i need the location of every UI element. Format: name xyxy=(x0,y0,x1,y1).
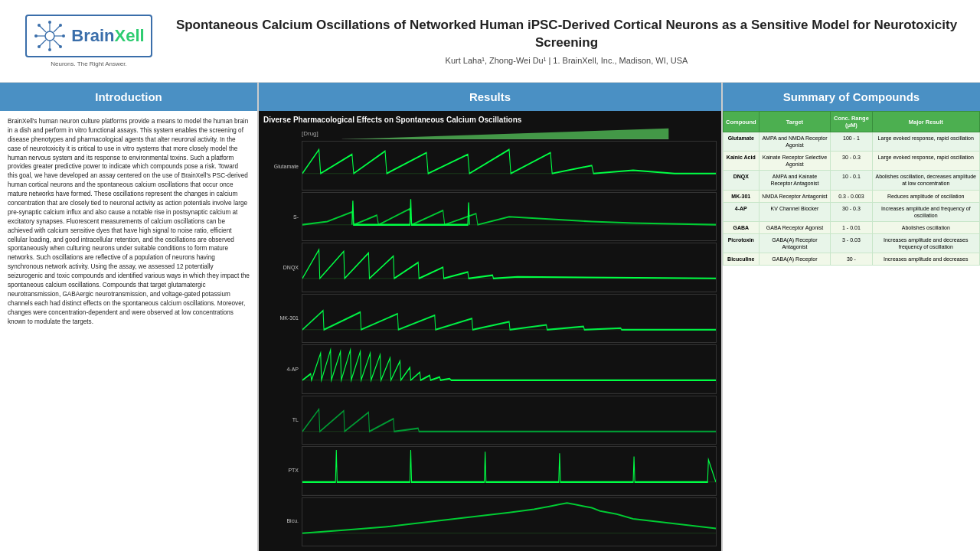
svg-rect-31 xyxy=(302,447,716,495)
svg-point-0 xyxy=(45,31,54,41)
table-cell-3-0: MK-301 xyxy=(724,190,760,202)
svg-rect-29 xyxy=(302,396,716,445)
table-row: 4-APKV Channel Blocker30 - 0.3Increases … xyxy=(724,202,980,221)
col-conc: Conc. Range (μM) xyxy=(831,112,872,132)
svg-point-10 xyxy=(48,48,51,51)
trace-label-s: S- xyxy=(263,214,302,220)
table-cell-7-0: Bicuculine xyxy=(724,253,760,266)
conc-label: [Drug] xyxy=(302,130,318,137)
trace-row-4ap xyxy=(302,344,717,394)
concentration-bar-area: [Drug] xyxy=(263,127,717,139)
summary-header: Summary of Compounds xyxy=(723,83,980,111)
table-cell-6-0: Picrotoxin xyxy=(724,233,760,253)
results-body: Diverse Pharmacological Effects on Spont… xyxy=(259,111,721,551)
table-cell-3-3: Reduces amplitude of oscillation xyxy=(872,190,979,202)
main-title: Spontaneous Calcium Oscillations of Netw… xyxy=(175,17,959,51)
table-cell-7-1: GABA(A) Receptor xyxy=(759,253,831,266)
svg-point-12 xyxy=(62,34,65,37)
logo-tagline: Neurons. The Right Answer. xyxy=(51,60,126,67)
table-cell-2-3: Abolishes oscillation, decreases amplitu… xyxy=(872,171,979,190)
trace-row-bicu xyxy=(302,497,717,547)
trace-row-tl xyxy=(302,396,717,445)
table-row: MK-301NMDA Receptor Antagonist0.3 - 0.00… xyxy=(724,190,980,202)
summary-column: Summary of Compounds Compound Target Con… xyxy=(723,83,980,551)
table-cell-0-1: AMPA and NMDA Receptor Agonist xyxy=(759,132,831,152)
table-cell-4-2: 30 - 0.3 xyxy=(831,202,872,221)
table-row: Kainic AcidKainate Receptor Selective Ag… xyxy=(724,152,980,171)
table-cell-1-3: Large evoked response, rapid oscillation xyxy=(872,152,979,171)
trace-label-dnqx: DNQX xyxy=(263,265,302,270)
main-columns: Introduction BrainXell's human neuron cu… xyxy=(0,83,980,551)
svg-rect-23 xyxy=(302,243,716,292)
table-cell-4-0: 4-AP xyxy=(724,202,760,221)
table-cell-0-3: Large evoked response, rapid oscillation xyxy=(872,132,979,152)
table-cell-1-1: Kainate Receptor Selective Agonist xyxy=(759,152,831,171)
table-cell-2-0: DNQX xyxy=(724,171,760,190)
logo-area: BrainXell Neurons. The Right Answer. xyxy=(12,15,165,67)
logo-brain: Brain xyxy=(71,26,114,45)
svg-point-13 xyxy=(38,24,41,27)
summary-table: Compound Target Conc. Range (μM) Major R… xyxy=(723,111,980,266)
table-row: GlutamateAMPA and NMDA Receptor Agonist1… xyxy=(724,132,980,152)
logo-box: BrainXell xyxy=(25,15,152,57)
svg-point-16 xyxy=(38,45,41,48)
table-cell-2-2: 10 - 0.1 xyxy=(831,171,872,190)
traces-grid xyxy=(302,141,717,546)
svg-rect-25 xyxy=(302,295,716,343)
intro-body: BrainXell's human neuron culture platfor… xyxy=(0,111,257,551)
intro-header: Introduction xyxy=(0,83,257,111)
table-cell-3-2: 0.3 - 0.003 xyxy=(831,190,872,202)
table-cell-1-2: 30 - 0.3 xyxy=(831,152,872,171)
table-cell-7-2: 30 - xyxy=(831,253,872,266)
title-area: Spontaneous Calcium Oscillations of Netw… xyxy=(165,17,968,64)
results-column: Results Diverse Pharmacological Effects … xyxy=(257,83,723,551)
trace-row-ptx xyxy=(302,446,717,496)
trace-label-ptx: PTX xyxy=(263,468,302,473)
traces-area: Glutamate S- DNQX MK-301 4-AP TL PTX Bic… xyxy=(263,141,717,546)
svg-point-9 xyxy=(48,21,51,24)
table-cell-5-0: GABA xyxy=(724,221,760,233)
table-cell-3-1: NMDA Receptor Antagonist xyxy=(759,190,831,202)
table-cell-0-2: 100 - 1 xyxy=(831,132,872,152)
logo-xell: Xell xyxy=(115,26,145,45)
table-cell-6-3: Increases amplitude and decreases freque… xyxy=(872,233,979,253)
table-row: BicuculineGABA(A) Receptor30 -Increases … xyxy=(724,253,980,266)
trace-label-glutamate: Glutamate xyxy=(263,164,302,169)
table-cell-4-1: KV Channel Blocker xyxy=(759,202,831,221)
authors: Kurt Laha¹, Zhong-Wei Du¹ | 1. BrainXell… xyxy=(175,56,959,65)
header: BrainXell Neurons. The Right Answer. Spo… xyxy=(0,0,980,83)
table-row: GABAGABA Receptor Agonist1 - 0.01Abolish… xyxy=(724,221,980,233)
table-cell-2-1: AMPA and Kainate Receptor Antagonist xyxy=(759,171,831,190)
trace-label-mk301: MK-301 xyxy=(263,315,302,321)
trace-row-s xyxy=(302,192,717,242)
trace-label-4ap: 4-AP xyxy=(263,367,302,372)
table-cell-5-1: GABA Receptor Agonist xyxy=(759,221,831,233)
trace-label-tl: TL xyxy=(263,417,302,422)
table-row: PicrotoxinGABA(A) Receptor Antagonist3 -… xyxy=(724,233,980,253)
table-cell-6-2: 3 - 0.03 xyxy=(831,233,872,253)
svg-point-15 xyxy=(59,24,62,27)
svg-marker-17 xyxy=(341,129,668,139)
trace-row-glutamate xyxy=(302,141,717,191)
table-cell-6-1: GABA(A) Receptor Antagonist xyxy=(759,233,831,253)
col-result: Major Result xyxy=(872,112,979,132)
table-cell-1-0: Kainic Acid xyxy=(724,152,760,171)
results-header: Results xyxy=(259,83,721,111)
table-cell-7-3: Increases amplitude and decreases xyxy=(872,253,979,266)
trace-labels: Glutamate S- DNQX MK-301 4-AP TL PTX Bic… xyxy=(263,141,302,546)
table-row: DNQXAMPA and Kainate Receptor Antagonist… xyxy=(724,171,980,190)
col-target: Target xyxy=(759,112,831,132)
svg-point-11 xyxy=(34,34,38,37)
summary-table-wrapper: Compound Target Conc. Range (μM) Major R… xyxy=(723,111,980,551)
trace-label-bicu: Bicu. xyxy=(263,518,302,523)
concentration-triangle xyxy=(322,127,689,139)
neuron-icon xyxy=(33,19,67,53)
table-cell-4-3: Increases amplitude and frequency of osc… xyxy=(872,202,979,221)
col-compound: Compound xyxy=(724,112,760,132)
svg-point-14 xyxy=(59,45,62,48)
intro-column: Introduction BrainXell's human neuron cu… xyxy=(0,83,257,551)
trace-row-mk301 xyxy=(302,294,717,344)
results-subtitle: Diverse Pharmacological Effects on Spont… xyxy=(263,116,717,124)
table-cell-5-2: 1 - 0.01 xyxy=(831,221,872,233)
table-cell-0-0: Glutamate xyxy=(724,132,760,152)
